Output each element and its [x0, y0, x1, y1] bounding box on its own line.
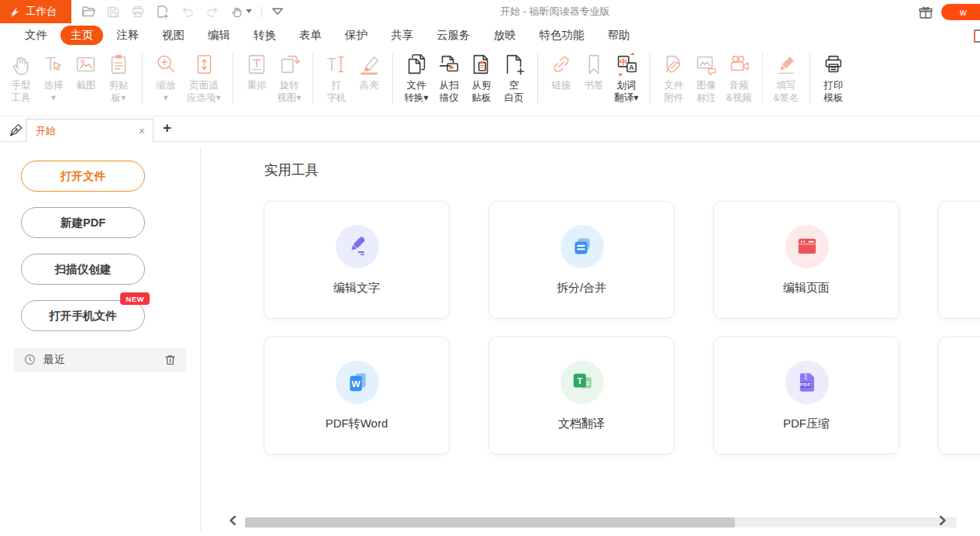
ribbon-divider: [312, 53, 313, 104]
window-title: 开始 - 福昕阅读器专业版: [500, 0, 610, 23]
foxit-logo-icon: [8, 5, 21, 19]
open-mobile-label: 打开手机文件: [50, 309, 117, 323]
select-text-icon: [40, 51, 67, 78]
highlight-icon: [356, 51, 382, 78]
new-pdf-button[interactable]: 新建PDF: [21, 207, 145, 238]
new-pdf-label: 新建PDF: [60, 216, 105, 230]
image-annotation-icon: [693, 51, 719, 78]
tool-card-pdf-compress[interactable]: PDF PDF压缩: [713, 337, 899, 455]
doc-translate-icon: T: [561, 361, 604, 404]
ribbon-from-scanner[interactable]: 从扫描仪: [433, 51, 465, 104]
ribbon-zoom[interactable]: 缩放▾: [150, 51, 182, 104]
ribbon-convert-file[interactable]: 文件转换▾: [400, 51, 433, 104]
page-fit-icon: [191, 51, 217, 78]
ribbon-page-fit[interactable]: 页面适应选项▾: [182, 51, 226, 104]
menu-form[interactable]: 表单: [299, 28, 322, 43]
ribbon-blank-page[interactable]: 空白页: [498, 51, 530, 104]
tab-start[interactable]: 开始 ×: [26, 119, 154, 142]
undo-icon[interactable]: [180, 4, 195, 19]
hand-icon: [8, 51, 34, 78]
tool-card-split-merge[interactable]: 拆分/合并: [488, 201, 675, 319]
tool-card-partial[interactable]: [938, 337, 980, 455]
new-document-icon[interactable]: [155, 4, 171, 19]
tool-card-edit-text[interactable]: 编辑文字: [264, 201, 450, 319]
pen-nib-icon[interactable]: [8, 122, 23, 137]
zoom-icon: [153, 51, 179, 78]
ribbon-reflow[interactable]: 重排: [240, 51, 273, 92]
from-scanner-icon: [436, 51, 462, 78]
tool-card-edit-pages[interactable]: 编辑页面: [713, 201, 899, 319]
ribbon-fill-sign[interactable]: 填写&签名: [770, 51, 802, 104]
add-tab-button[interactable]: +: [163, 119, 171, 137]
menu-features[interactable]: 特色功能: [540, 28, 585, 43]
scroll-right-icon[interactable]: [938, 515, 947, 526]
ribbon-clipboard[interactable]: 剪贴板▾: [102, 51, 135, 104]
menu-share[interactable]: 共享: [391, 28, 413, 43]
ribbon-select[interactable]: 选择▾: [37, 51, 70, 104]
save-icon[interactable]: [105, 4, 121, 19]
link-icon: [548, 51, 575, 78]
scroll-left-icon[interactable]: [228, 515, 237, 526]
toolbar-separator: [261, 6, 262, 18]
tool-card-pdf-to-word[interactable]: W PDF转Word: [264, 337, 450, 455]
bookmark-icon: [581, 51, 607, 78]
open-file-label: 打开文件: [60, 169, 105, 184]
title-bar: 工作台: [0, 0, 980, 23]
workspace-button[interactable]: 工作台: [0, 0, 71, 23]
ribbon-typewriter[interactable]: 打字机: [320, 51, 353, 104]
open-file-icon[interactable]: [81, 4, 96, 19]
clipboard-icon: [105, 51, 132, 78]
svg-text:W: W: [352, 379, 361, 389]
hand-tool-quick[interactable]: [229, 5, 252, 19]
gift-icon[interactable]: [918, 5, 933, 20]
tool-card-partial[interactable]: [938, 201, 980, 319]
ribbon-word-translate[interactable]: 中 A 划词翻译▾: [610, 51, 643, 104]
horizontal-scrollbar-track[interactable]: [245, 517, 957, 527]
ribbon-print-template[interactable]: 打印模板: [817, 51, 850, 104]
open-mobile-file-button[interactable]: 打开手机文件 NEW: [21, 300, 145, 331]
content-area: 打开文件 新建PDF 扫描仪创建 打开手机文件 NEW 最近: [0, 142, 980, 536]
ribbon-image-annotation[interactable]: 图像标注: [690, 51, 723, 104]
ribbon-link[interactable]: 链接: [545, 51, 578, 92]
scanner-create-button[interactable]: 扫描仪创建: [21, 254, 145, 285]
customize-toolbar-icon[interactable]: [271, 6, 284, 17]
typewriter-icon: [323, 51, 350, 78]
main-panel: 实用工具 编辑文字: [200, 142, 980, 536]
ribbon-snapshot[interactable]: 截图: [70, 51, 102, 92]
menu-cloud[interactable]: 云服务: [437, 28, 471, 43]
partial-document-icon: [974, 29, 980, 43]
menu-protect[interactable]: 保护: [345, 28, 368, 43]
recent-section[interactable]: 最近: [14, 348, 186, 372]
ribbon-hand-tool[interactable]: 手型工具: [5, 51, 37, 104]
ribbon-from-clipboard[interactable]: 从剪贴板: [465, 51, 498, 104]
split-merge-icon: [561, 225, 604, 268]
ribbon-divider: [233, 53, 233, 104]
promo-label: w: [960, 7, 967, 18]
edit-pages-icon: [785, 225, 829, 268]
redo-icon[interactable]: [205, 4, 220, 19]
promo-button[interactable]: w: [941, 4, 980, 20]
ribbon-highlight[interactable]: 高亮: [353, 51, 385, 92]
menu-view[interactable]: 视图: [162, 28, 185, 43]
new-badge: NEW: [120, 292, 150, 305]
menu-present[interactable]: 放映: [494, 28, 516, 43]
tab-close-icon[interactable]: ×: [139, 125, 153, 137]
tool-card-doc-translate[interactable]: T 文档翻译: [488, 337, 675, 455]
menu-home[interactable]: 主页: [60, 26, 103, 45]
print-icon[interactable]: [130, 4, 146, 19]
ribbon-file-attachment[interactable]: 文件附件: [657, 51, 690, 104]
menu-edit[interactable]: 编辑: [208, 28, 230, 43]
menu-convert[interactable]: 转换: [254, 28, 276, 43]
svg-text:A: A: [629, 64, 634, 71]
menu-comment[interactable]: 注释: [116, 28, 139, 43]
menu-help[interactable]: 帮助: [608, 28, 630, 43]
menu-file[interactable]: 文件: [25, 28, 47, 43]
horizontal-scrollbar-thumb[interactable]: [245, 517, 735, 527]
trash-icon[interactable]: [164, 353, 177, 367]
ribbon-bookmark[interactable]: 书签: [578, 51, 610, 92]
ribbon-rotate-view[interactable]: 旋转视图▾: [273, 51, 305, 104]
pdf-to-word-icon: W: [336, 361, 379, 404]
ribbon-audio-video[interactable]: 音频&视频: [723, 51, 755, 104]
menu-bar: 文件 主页 注释 视图 编辑 转换 表单 保护 共享 云服务 放映 特色功能 帮…: [0, 23, 980, 47]
open-file-button[interactable]: 打开文件: [21, 161, 145, 192]
